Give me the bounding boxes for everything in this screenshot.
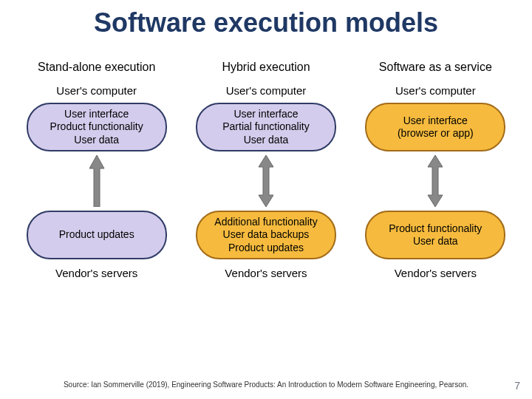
vendor-box: Product updates [27,211,167,259]
box-line: (browser or app) [398,127,474,140]
page-title: Software execution models [0,0,532,38]
arrow-both-icon [426,151,444,211]
bottom-label: Vendor's servers [225,267,307,279]
source-citation: Source: Ian Sommerville (2019), Engineer… [0,381,532,389]
top-label: User's computer [395,84,476,97]
svg-marker-1 [259,155,273,207]
box-line: Additional functionality [214,216,317,229]
arrow-both-icon [257,151,275,211]
vendor-box: Product functionality User data [365,211,505,259]
top-label: User's computer [226,84,307,97]
col-heading: Stand-alone execution [38,61,155,74]
user-box: User interface (browser or app) [365,103,505,151]
top-label: User's computer [56,84,137,97]
col-hybrid: Hybrid execution User's computer User in… [184,61,347,279]
box-line: Product updates [228,242,304,255]
box-line: User interface [403,115,468,128]
box-line: User data [244,134,289,147]
user-box: User interface Partial functionality Use… [196,103,336,151]
box-line: Partial functionality [222,120,310,134]
user-box: User interface Product functionality Use… [27,103,167,151]
vendor-box: Additional functionality User data backu… [196,211,336,259]
page-number: 7 [514,380,520,392]
arrow-up-icon [88,151,106,211]
bottom-label: Vendor's servers [395,267,477,279]
col-heading: Hybrid execution [222,61,310,74]
bottom-label: Vendor's servers [55,267,137,279]
box-line: Product functionality [389,222,482,236]
box-line: Product functionality [50,120,143,134]
box-line: User data [74,134,119,147]
box-line: User interface [64,108,129,121]
col-standalone: Stand-alone execution User's computer Us… [15,61,178,279]
box-line: Product updates [59,228,134,242]
box-line: User data [413,235,458,248]
svg-marker-0 [89,155,104,207]
diagram-grid: Stand-alone execution User's computer Us… [0,38,532,279]
svg-marker-2 [428,155,443,207]
box-line: User interface [233,108,298,121]
col-heading: Software as a service [379,61,492,74]
col-saas: Software as a service User's computer Us… [354,61,517,279]
box-line: User data backups [223,228,310,242]
